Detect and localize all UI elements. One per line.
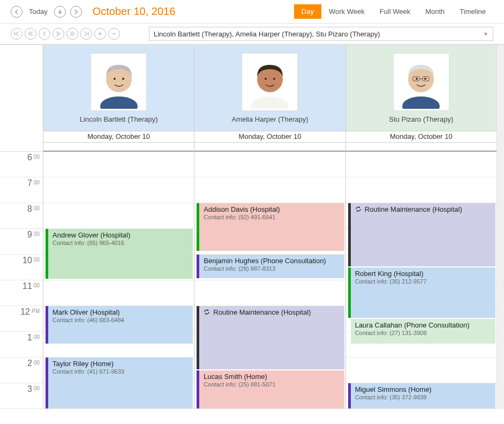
appointment-title: Benjamin Hughes (Phone Consultation)	[204, 257, 326, 265]
appointment-subtitle: Contact info: (35) 212-9577	[355, 278, 491, 285]
column-date[interactable]: Monday, October 10	[194, 131, 345, 143]
appointment-subtitle: Contact info: (46) 683-6484	[52, 317, 189, 323]
appointment-title: Mark Oliver (Hospital)	[52, 308, 120, 316]
appointment[interactable]: Routine Maintenance (Hospital)	[348, 203, 495, 266]
appointment-subtitle: Contact info: (27) 131-3908	[355, 330, 491, 336]
column-body[interactable]: Routine Maintenance (Hospital)Robert Kin…	[346, 152, 497, 409]
column-date[interactable]: Monday, October 10	[346, 131, 497, 143]
recurring-icon	[355, 206, 362, 214]
appointment-subtitle: Contact info: (41) 671-9633	[52, 368, 189, 375]
top-nav: Today October 10, 2016 Day Work Week Ful…	[0, 0, 504, 24]
svg-point-13	[416, 78, 418, 80]
appointment[interactable]: Addison Davis (Hospital)Contact info: (9…	[197, 203, 344, 251]
appointment-subtitle: Contact info: (35) 372-9838	[355, 394, 491, 400]
resource-name: Amelia Harper (Therapy)	[231, 115, 308, 123]
recurring-icon	[204, 309, 210, 317]
appointment-subtitle: Contact info: (65) 965-4016	[52, 240, 189, 246]
chevron-down-icon: ▼	[483, 31, 488, 37]
all-day-row[interactable]	[346, 143, 497, 152]
resource-selector-value: Lincoln Bartlett (Therapy), Amelia Harpe…	[154, 30, 380, 38]
all-day-row[interactable]	[194, 143, 345, 152]
resource-name: Stu Pizaro (Therapy)	[389, 115, 453, 123]
view-day-button[interactable]: Day	[294, 4, 321, 19]
scrollbar[interactable]	[497, 45, 504, 409]
appointment-subtitle: Contact info: (28) 887-8313	[204, 265, 340, 272]
zoom-in-button[interactable]	[94, 28, 106, 40]
appointment-title: Andrew Glover (Hospital)	[52, 231, 130, 239]
time-slot: 900	[0, 229, 43, 255]
column-header: Stu Pizaro (Therapy)	[346, 45, 497, 131]
time-ruler: 6007008009001000110012PM100200300	[0, 45, 43, 409]
appointment-title: Lucas Smith (Home)	[204, 373, 267, 381]
nav-back-button[interactable]	[11, 6, 22, 18]
time-slot: 600	[0, 152, 43, 177]
column-body[interactable]: Andrew Glover (Hospital)Contact info: (6…	[43, 152, 194, 409]
today-label[interactable]: Today	[29, 8, 48, 16]
column-header: Lincoln Bartlett (Therapy)	[43, 45, 194, 131]
avatar	[242, 53, 298, 111]
scheduler: 6007008009001000110012PM100200300 Lincol…	[0, 44, 504, 409]
zoom-out-button[interactable]	[108, 28, 120, 40]
resource-column: Lincoln Bartlett (Therapy)Monday, Octobe…	[43, 45, 194, 409]
appointment[interactable]: Taylor Riley (Home)Contact info: (41) 67…	[46, 358, 193, 408]
appointment[interactable]: Mark Oliver (Hospital)Contact info: (46)…	[46, 306, 193, 344]
appointment-title: Robert King (Hospital)	[355, 270, 424, 278]
media-first-button[interactable]	[11, 28, 22, 40]
view-fullweek-button[interactable]: Full Week	[372, 4, 418, 19]
media-play-button[interactable]	[52, 28, 64, 40]
appointment-title: Routine Maintenance (Hospital)	[213, 308, 311, 316]
appointment-title: Routine Maintenance (Hospital)	[365, 205, 462, 213]
view-timeline-button[interactable]: Timeline	[452, 4, 493, 19]
appointment-subtitle: Contact info: (25) 881-5071	[204, 381, 340, 388]
svg-point-8	[265, 78, 267, 80]
appointment[interactable]: Miguel Simmons (Home)Contact info: (35) …	[348, 383, 495, 408]
resource-column: Stu Pizaro (Therapy)Monday, October 10Ro…	[345, 45, 497, 409]
time-slot: 1000	[0, 255, 43, 280]
resource-selector[interactable]: Lincoln Bartlett (Therapy), Amelia Harpe…	[149, 27, 493, 41]
time-slot: 200	[0, 358, 43, 383]
nav-down-button[interactable]	[54, 6, 66, 18]
appointment[interactable]: Andrew Glover (Hospital)Contact info: (6…	[46, 229, 193, 279]
appointment[interactable]: Lucas Smith (Home)Contact info: (25) 881…	[197, 370, 344, 408]
time-slot: 300	[0, 383, 43, 409]
view-month-button[interactable]: Month	[418, 4, 452, 19]
time-slot: 800	[0, 203, 43, 229]
avatar	[91, 53, 147, 111]
scheduler-columns: Lincoln Bartlett (Therapy)Monday, Octobe…	[43, 45, 497, 409]
nav-forward-button[interactable]	[70, 6, 82, 18]
appointment[interactable]: Routine Maintenance (Hospital)	[197, 306, 344, 369]
appointment-subtitle: Contact info: (92) 491-6541	[204, 214, 340, 220]
time-slot: 700	[0, 177, 43, 203]
appointment-title: Addison Davis (Hospital)	[204, 205, 280, 213]
all-day-row[interactable]	[43, 143, 194, 152]
svg-point-4	[122, 78, 124, 80]
svg-point-14	[424, 78, 426, 80]
column-header: Amelia Harper (Therapy)	[194, 45, 345, 131]
time-slot: 12PM	[0, 306, 43, 332]
resource-column: Amelia Harper (Therapy)Monday, October 1…	[194, 45, 345, 409]
resource-name: Lincoln Bartlett (Therapy)	[80, 115, 158, 123]
svg-point-3	[114, 78, 116, 80]
media-rewind-button[interactable]	[25, 28, 36, 40]
time-slot: 100	[0, 332, 43, 358]
appointment-title: Miguel Simmons (Home)	[355, 385, 432, 393]
column-body[interactable]: Addison Davis (Hospital)Contact info: (9…	[194, 152, 345, 409]
avatar	[393, 53, 449, 111]
svg-point-9	[273, 78, 275, 80]
media-ff-button[interactable]	[66, 28, 78, 40]
time-slot: 1100	[0, 280, 43, 306]
column-date[interactable]: Monday, October 10	[43, 131, 194, 143]
current-date-label: October 10, 2016	[93, 5, 290, 18]
view-workweek-button[interactable]: Work Week	[321, 4, 372, 19]
toolbar: Lincoln Bartlett (Therapy), Amelia Harpe…	[0, 24, 504, 44]
media-prev-button[interactable]	[39, 28, 50, 40]
appointment-title: Taylor Riley (Home)	[52, 360, 114, 368]
appointment[interactable]: Benjamin Hughes (Phone Consultation)Cont…	[197, 255, 344, 278]
appointment[interactable]: Robert King (Hospital)Contact info: (35)…	[348, 267, 495, 318]
appointment[interactable]: Laura Callahan (Phone Consultation)Conta…	[348, 319, 495, 344]
media-last-button[interactable]	[80, 28, 92, 40]
appointment-title: Laura Callahan (Phone Consultation)	[355, 321, 470, 329]
view-switcher: Day Work Week Full Week Month Timeline	[294, 4, 493, 19]
